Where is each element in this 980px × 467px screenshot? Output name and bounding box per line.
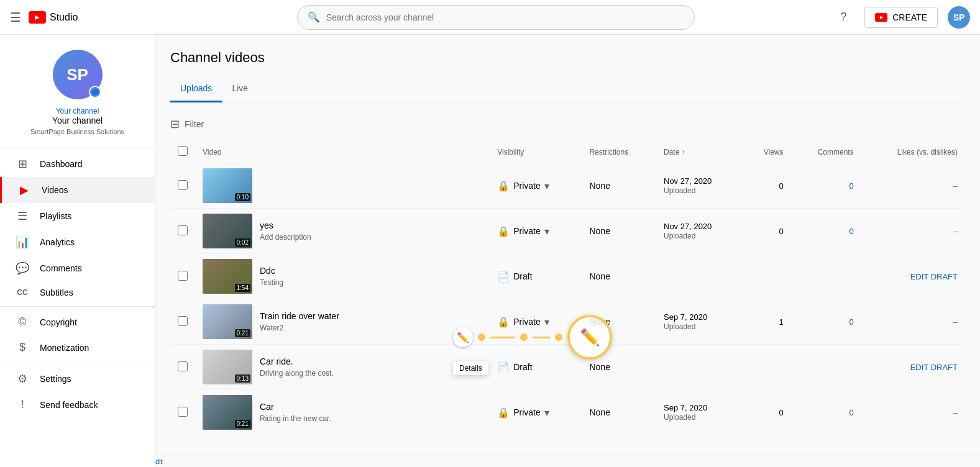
- video-title[interactable]: Ddc: [260, 266, 283, 276]
- youtube-studio-logo[interactable]: Studio: [29, 11, 78, 24]
- table-row: 1:54 Ddc Testing 📄DraftNoneEDIT DRAFT: [170, 254, 965, 299]
- visibility-cell: 📄Draft: [497, 361, 574, 373]
- likes-cell: –: [861, 299, 965, 345]
- sidebar-item-monetization[interactable]: $ Monetization: [0, 335, 155, 360]
- tool-dot: [478, 333, 485, 341]
- views-cell: [743, 254, 791, 299]
- sidebar-item-playlists[interactable]: ☰ Playlists: [0, 203, 155, 229]
- video-duration: 0:02: [235, 238, 250, 247]
- search-bar: 🔍: [297, 5, 695, 30]
- visibility-label: Private: [513, 407, 541, 417]
- visibility-label: Private: [513, 226, 541, 236]
- row-checkbox[interactable]: [178, 407, 188, 417]
- avatar[interactable]: SP: [948, 6, 970, 29]
- pencil-tool-icon[interactable]: ✏️: [453, 327, 473, 347]
- comments-link[interactable]: 0: [849, 408, 853, 417]
- likes-value: –: [953, 408, 958, 417]
- tab-bar: Uploads Live: [170, 76, 965, 102]
- video-thumbnail[interactable]: 0:21: [203, 304, 252, 339]
- video-info: yes Add description: [260, 220, 311, 242]
- likes-value: –: [953, 181, 958, 191]
- tool-dot2: [520, 333, 528, 341]
- row-checkbox[interactable]: [178, 271, 188, 281]
- video-title[interactable]: Car ride.: [260, 356, 334, 366]
- video-title[interactable]: Car: [260, 402, 331, 412]
- sidebar-item-copyright[interactable]: © Copyright: [0, 309, 155, 335]
- copyright-icon: ©: [15, 315, 30, 329]
- video-info: Car Riding in the new car.: [260, 402, 331, 423]
- visibility-label: Private: [513, 181, 541, 191]
- main-content: Channel videos Uploads Live ⊟ Filter Vid…: [155, 35, 980, 467]
- sidebar-item-send-feedback[interactable]: ! Send feedback: [0, 392, 155, 417]
- edit-draft-button[interactable]: EDIT DRAFT: [910, 363, 958, 372]
- th-visibility: Visibility: [490, 141, 582, 163]
- video-thumbnail[interactable]: 0:02: [203, 214, 252, 248]
- video-thumbnail[interactable]: 0:13: [203, 350, 252, 384]
- visibility-cell: 🔒Private▾: [497, 225, 574, 237]
- sidebar-item-videos[interactable]: ▶ Videos: [0, 177, 155, 203]
- visibility-dropdown[interactable]: ▾: [544, 225, 549, 237]
- edit-draft-button[interactable]: EDIT DRAFT: [910, 272, 958, 281]
- sidebar-divider-top: [0, 148, 155, 148]
- filter-label[interactable]: Filter: [185, 119, 204, 129]
- sidebar-item-analytics[interactable]: 📊 Analytics: [0, 229, 155, 255]
- create-button[interactable]: CREATE: [864, 7, 938, 28]
- row-checkbox[interactable]: [178, 180, 188, 190]
- visibility-dropdown[interactable]: ▾: [544, 407, 549, 419]
- sidebar-divider-bot: [0, 363, 155, 363]
- video-title[interactable]: yes: [260, 220, 311, 230]
- search-input[interactable]: [326, 12, 684, 22]
- video-info: Ddc Testing: [260, 266, 283, 287]
- sidebar-divider-mid: [0, 306, 155, 307]
- date-value: Sep 7, 2020Uploaded: [664, 312, 736, 331]
- comments-link[interactable]: 0: [849, 227, 853, 236]
- select-all-checkbox[interactable]: [178, 146, 188, 156]
- search-icon: 🔍: [308, 11, 320, 23]
- visibility-dropdown[interactable]: ▾: [544, 180, 549, 192]
- tab-live[interactable]: Live: [222, 76, 258, 102]
- sidebar-item-subtitles[interactable]: CC Subtitles: [0, 281, 155, 304]
- video-title[interactable]: Train ride over water: [260, 311, 339, 321]
- date-value: Nov 27, 2020Uploaded: [664, 176, 736, 195]
- channel-avatar[interactable]: SP 🔵: [53, 50, 103, 99]
- row-checkbox[interactable]: [178, 225, 188, 235]
- comments-cell: [791, 345, 861, 390]
- views-cell: [743, 345, 791, 390]
- comments-link[interactable]: 0: [849, 317, 853, 327]
- draft-icon: 📄: [497, 271, 510, 283]
- yellow-circle-highlight[interactable]: ✏️: [567, 315, 612, 360]
- comments-cell: 0: [791, 163, 861, 209]
- row-checkbox[interactable]: [178, 361, 188, 371]
- video-thumbnail[interactable]: 1:54: [203, 259, 252, 294]
- video-info: Train ride over water Water2: [260, 311, 339, 332]
- topbar: ☰ Studio 🔍 ? CREATE SP: [0, 0, 980, 35]
- views-cell: 0: [743, 209, 791, 254]
- th-date[interactable]: Date ↑: [656, 141, 743, 163]
- sidebar-item-comments[interactable]: 💬 Comments: [0, 255, 155, 281]
- video-duration: 0:21: [235, 420, 250, 428]
- video-thumbnail[interactable]: 0:21: [203, 395, 252, 430]
- tool-dot3: [555, 333, 562, 341]
- your-channel-link[interactable]: Your channel: [56, 107, 99, 116]
- video-title-cell: 0:21 Car Riding in the new car.: [203, 395, 482, 430]
- sidebar-item-label: Subtitles: [40, 288, 73, 297]
- sidebar-item-dashboard[interactable]: ⊞ Dashboard: [0, 151, 155, 177]
- tab-uploads[interactable]: Uploads: [170, 76, 222, 102]
- video-title-cell: 1:54 Ddc Testing: [203, 259, 482, 294]
- channel-name: Your channel: [52, 116, 103, 125]
- date-sub: Uploaded: [664, 322, 695, 331]
- draft-icon: 📄: [497, 361, 510, 373]
- video-thumbnail[interactable]: 0:10: [203, 168, 252, 203]
- likes-cell: EDIT DRAFT: [861, 345, 965, 390]
- sidebar-item-settings[interactable]: ⚙ Settings: [0, 366, 155, 392]
- hamburger-menu[interactable]: ☰: [10, 10, 21, 25]
- tooltip-overlay: ✏️ ✏️: [453, 315, 612, 360]
- date-value: Nov 27, 2020Uploaded: [664, 222, 736, 240]
- restrictions-cell: None: [582, 209, 657, 254]
- row-checkbox[interactable]: [178, 316, 188, 326]
- comments-link[interactable]: 0: [849, 181, 853, 191]
- likes-cell: EDIT DRAFT: [861, 254, 965, 299]
- help-button[interactable]: ?: [832, 6, 854, 29]
- sidebar-item-label: Send feedback: [40, 400, 98, 410]
- tooltip-icon-row: ✏️: [453, 327, 562, 347]
